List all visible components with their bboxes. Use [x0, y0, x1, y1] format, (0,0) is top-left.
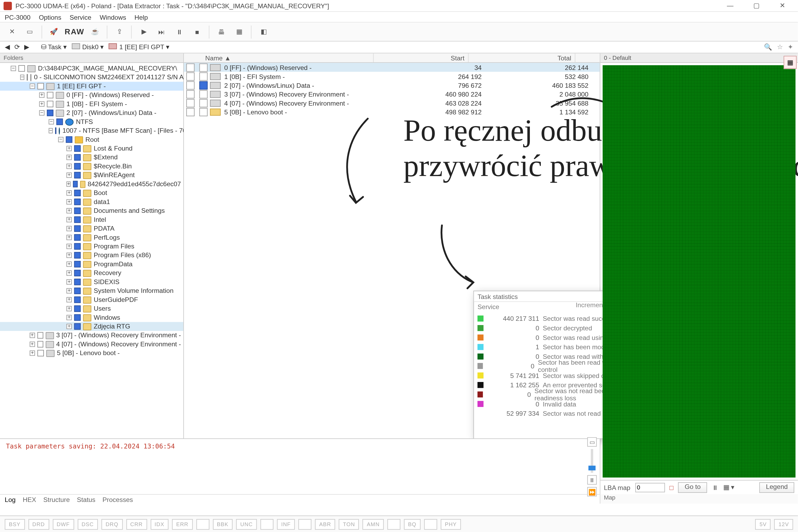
status-indicator: 12V: [774, 519, 793, 529]
lba-input[interactable]: [635, 482, 665, 492]
map-layers-icon[interactable]: ▦ ▾: [723, 483, 735, 491]
play-icon[interactable]: ▶: [137, 25, 151, 39]
search-icon[interactable]: 🔍: [764, 43, 772, 51]
list-header[interactable]: Name ▲ Start Total: [184, 54, 600, 63]
tree-folder[interactable]: +UserGuidePDF: [0, 296, 183, 304]
status-indicator: [387, 519, 400, 529]
menu-pc3000[interactable]: PC-3000: [5, 13, 31, 20]
tree-folder[interactable]: +Windows: [0, 313, 183, 322]
stop-icon[interactable]: ■: [190, 25, 204, 39]
tree-folder[interactable]: +SIDEXIS: [0, 278, 183, 286]
list-body[interactable]: 0 [FF] - (Windows) Reserved - 34 262 144…: [184, 63, 600, 116]
tab-hex[interactable]: HEX: [23, 496, 36, 503]
tools-icon[interactable]: ✕: [5, 25, 19, 39]
lba-marker-icon[interactable]: □: [669, 484, 673, 491]
tree-folder[interactable]: +Zdjęcia RTG: [0, 322, 183, 331]
cup-icon[interactable]: ☕: [88, 25, 102, 39]
tab-status[interactable]: Status: [77, 496, 95, 503]
tree-folder[interactable]: +Recovery: [0, 269, 183, 278]
menu-service[interactable]: Service: [70, 13, 92, 20]
list-row[interactable]: 1 [0B] - EFI System - 264 192 532 480: [184, 72, 600, 81]
tab-processes[interactable]: Processes: [102, 496, 133, 503]
pause-icon[interactable]: ⏸: [172, 25, 187, 39]
slider-up-icon: ▭: [587, 437, 597, 447]
app-logo-icon: [3, 2, 12, 10]
status-indicator: CRR: [126, 519, 147, 529]
folders-panel: Folders −D:\3484\PC3K_IMAGE_MANUAL_RECOV…: [0, 54, 184, 504]
tab-structure[interactable]: Structure: [43, 496, 70, 503]
tree-folder[interactable]: +$Recycle.Bin: [0, 162, 183, 171]
map-panel: 0 - Default LBA map □ Go to ⏸ ▦ ▾ Legend…: [600, 54, 798, 504]
tree-folder[interactable]: +PerfLogs: [0, 233, 183, 242]
tree-folder[interactable]: +Intel: [0, 215, 183, 224]
list-row[interactable]: 2 [07] - (Windows/Linux) Data - 796 672 …: [184, 81, 600, 89]
minimize-button[interactable]: —: [719, 2, 742, 10]
tree-folder[interactable]: +Users: [0, 304, 183, 313]
camera-icon[interactable]: ▦: [232, 25, 247, 39]
tree-folder[interactable]: +Program Files: [0, 242, 183, 251]
status-indicator: TON: [339, 519, 359, 529]
status-indicator: UNC: [236, 519, 257, 529]
crumb-task[interactable]: Task: [48, 43, 61, 51]
list-row[interactable]: 0 [FF] - (Windows) Reserved - 34 262 144: [184, 63, 600, 72]
tree-folder[interactable]: +$WinREAgent: [0, 171, 183, 179]
back-icon[interactable]: ◀: [5, 43, 10, 51]
tree-folder[interactable]: +$Extend: [0, 153, 183, 162]
status-indicator: IDX: [150, 519, 168, 529]
raw-button[interactable]: RAW: [65, 27, 84, 36]
list-row[interactable]: 3 [07] - (Windows) Recovery Environment …: [184, 90, 600, 98]
fwd-icon[interactable]: ▶: [24, 43, 29, 51]
menu-help[interactable]: Help: [134, 13, 148, 20]
status-indicator: PHY: [441, 519, 461, 529]
tree-folder[interactable]: +Program Files (x86): [0, 251, 183, 260]
maximize-button[interactable]: ▢: [744, 2, 768, 10]
export-icon[interactable]: ⇪: [112, 25, 127, 39]
goto-button[interactable]: Go to: [678, 482, 707, 493]
status-indicator: ABR: [315, 519, 335, 529]
log-slider[interactable]: ▭ ⏸ ⏩: [587, 437, 597, 497]
tree-folder[interactable]: +System Volume Information: [0, 286, 183, 295]
list-row[interactable]: 5 [0B] - Lenovo boot - 498 982 912 1 134…: [184, 108, 600, 116]
folder-tree[interactable]: −D:\3484\PC3K_IMAGE_MANUAL_RECOVERY\ −0 …: [0, 63, 183, 494]
step-icon[interactable]: ⏭: [155, 25, 169, 39]
slider-fast-icon: ⏩: [587, 487, 597, 497]
tree-folder[interactable]: +data1: [0, 198, 183, 206]
status-indicator: DSC: [77, 519, 98, 529]
status-indicator: AMN: [363, 519, 384, 529]
tree-folder[interactable]: +Boot: [0, 189, 183, 197]
col-name: Name ▲: [184, 54, 374, 62]
tree-folder[interactable]: +Documents and Settings: [0, 206, 183, 215]
window-titlebar: PC-3000 UDMA-E (x64) - Poland - [Data Ex…: [0, 0, 798, 12]
list-row[interactable]: 4 [07] - (Windows) Recovery Environment …: [184, 98, 600, 107]
sector-map[interactable]: [603, 65, 796, 477]
template-icon[interactable]: ▭: [23, 25, 37, 39]
tree-folder[interactable]: +PDATA: [0, 224, 183, 233]
star-outline-icon[interactable]: ☆: [777, 43, 783, 51]
crumb-part[interactable]: 1 [EE] EFI GPT: [119, 43, 165, 51]
star-filled-icon[interactable]: ✦: [787, 43, 793, 51]
legend-button[interactable]: Legend: [759, 482, 794, 493]
tree-folder[interactable]: +ProgramData: [0, 260, 183, 269]
arrow-dialog-icon: [433, 220, 480, 291]
rocket-icon[interactable]: 🚀: [47, 25, 61, 39]
refresh-icon[interactable]: ⟳: [14, 43, 20, 51]
status-bar: BSYDRDDWFDSCDRQCRRIDXERRBBKUNCINFABRTONA…: [0, 515, 798, 532]
breadcrumb-bar: ◀ ⟳ ▶ ⛁ Task ▾ Disk0 ▾ 1 [EE] EFI GPT ▾ …: [0, 41, 798, 54]
map-pause-icon[interactable]: ⏸: [712, 484, 719, 491]
status-indicator: DRQ: [101, 519, 122, 529]
menu-options[interactable]: Options: [39, 13, 61, 20]
side-tool-icon[interactable]: ▦: [784, 56, 797, 69]
crumb-disk[interactable]: Disk0: [82, 43, 98, 51]
menubar: PC-3000 Options Service Windows Help: [0, 12, 798, 23]
printer-icon[interactable]: 🖶: [214, 25, 229, 39]
tab-log[interactable]: Log: [5, 496, 16, 503]
log-text: Task parameters saving: 22.04.2024 13:06…: [0, 439, 600, 494]
menu-windows[interactable]: Windows: [100, 13, 126, 20]
column-toggle-icon[interactable]: ◧: [256, 25, 271, 39]
status-indicator: 5V: [756, 519, 771, 529]
slider-pause-icon: ⏸: [587, 475, 597, 484]
status-indicator: DRD: [28, 519, 49, 529]
tree-folder[interactable]: +Lost & Found: [0, 144, 183, 153]
tree-folder[interactable]: +84264279edd1ed455c7dc6ec07: [0, 180, 183, 189]
close-button[interactable]: ✕: [771, 2, 794, 10]
